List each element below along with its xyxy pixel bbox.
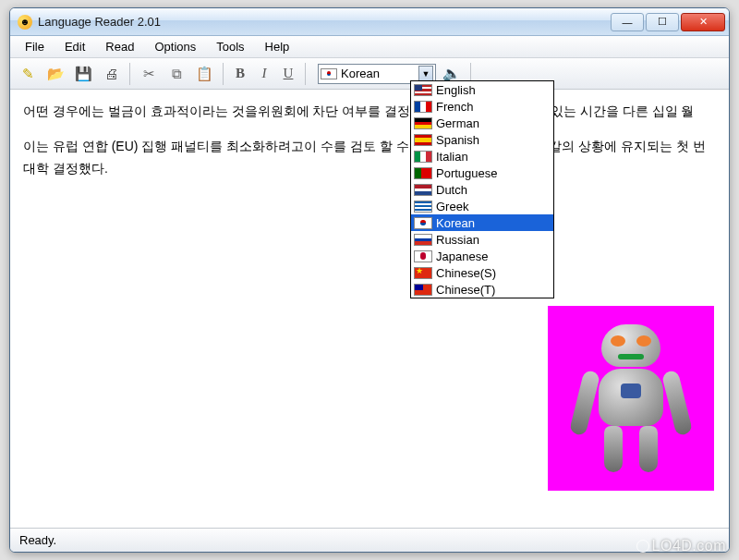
separator (305, 63, 306, 85)
language-option-label: Italian (436, 150, 468, 164)
language-option-chineset[interactable]: Chinese(T) (411, 281, 553, 298)
language-option-italian[interactable]: Italian (411, 148, 553, 164)
menu-help[interactable]: Help (256, 38, 299, 55)
dropdown-arrow-icon[interactable]: ▼ (418, 66, 433, 82)
language-option-label: Korean (436, 216, 475, 230)
app-icon: ☻ (18, 15, 32, 30)
bold-button[interactable]: B (230, 62, 250, 86)
kr-flag-icon (414, 217, 432, 229)
language-selected-label: Korean (341, 67, 418, 80)
it-flag-icon (414, 151, 432, 163)
language-option-label: Chinese(S) (436, 266, 496, 280)
menu-file[interactable]: File (16, 38, 54, 55)
toolbar: ✎ 📂 💾 🖨 ✂ ⧉ 📋 B I U Korean ▼ 🔈 (10, 58, 729, 90)
language-option-label: Chinese(T) (436, 283, 495, 297)
open-button[interactable]: 📂 (43, 62, 67, 86)
cn-flag-icon (414, 267, 432, 279)
new-button[interactable]: ✎ (16, 62, 40, 86)
status-text: Ready. (19, 533, 56, 547)
es-flag-icon (414, 134, 432, 146)
language-option-label: Spanish (436, 133, 479, 147)
tw-flag-icon (414, 284, 432, 296)
window-title: Language Reader 2.01 (38, 15, 161, 29)
print-button[interactable]: 🖨 (99, 62, 123, 86)
korea-flag-icon (321, 68, 337, 79)
nl-flag-icon (414, 184, 432, 196)
language-option-label: English (436, 83, 476, 97)
language-option-label: Portuguese (436, 166, 498, 180)
language-option-portuguese[interactable]: Portuguese (411, 164, 553, 181)
paragraph[interactable]: 이는 유럽 연합 (EU) 집행 패널티를 최소화하려고이 수를 검토 할 수 … (23, 136, 716, 180)
language-option-label: Russian (436, 233, 479, 247)
language-option-chineses[interactable]: Chinese(S) (411, 264, 553, 281)
menu-edit[interactable]: Edit (55, 38, 94, 55)
minimize-button[interactable]: — (611, 13, 644, 31)
globe-icon (636, 540, 649, 553)
de-flag-icon (414, 117, 432, 129)
watermark: LO4D.com (636, 538, 726, 554)
gr-flag-icon (414, 201, 432, 213)
menu-tools[interactable]: Tools (207, 38, 253, 55)
language-option-french[interactable]: French (411, 98, 553, 115)
language-option-german[interactable]: German (411, 115, 553, 131)
underline-button[interactable]: U (278, 62, 298, 86)
window-controls: — ☐ ✕ (611, 13, 725, 31)
app-window: ☻ Language Reader 2.01 — ☐ ✕ File Edit R… (9, 7, 730, 553)
cut-button[interactable]: ✂ (137, 62, 161, 86)
maximize-button[interactable]: ☐ (646, 13, 679, 31)
language-option-russian[interactable]: Russian (411, 231, 553, 248)
language-option-label: Greek (436, 200, 468, 213)
language-option-label: French (436, 100, 473, 114)
language-option-label: German (436, 116, 479, 130)
fr-flag-icon (414, 101, 432, 113)
copy-button[interactable]: ⧉ (164, 62, 188, 86)
language-option-korean[interactable]: Korean (411, 214, 553, 231)
paragraph[interactable]: 어떤 경우에는 벌금이 효과적이라는 것을위원회에 차단 여부를 결정하는 이사… (23, 101, 716, 123)
robot-icon (580, 324, 682, 472)
menu-options[interactable]: Options (145, 38, 205, 55)
separator (223, 63, 224, 85)
paste-button[interactable]: 📋 (192, 62, 216, 86)
document-area[interactable]: 어떤 경우에는 벌금이 효과적이라는 것을위원회에 차단 여부를 결정하는 이사… (10, 90, 729, 528)
statusbar: Ready. (10, 528, 729, 552)
language-option-label: Japanese (436, 250, 488, 263)
pt-flag-icon (414, 167, 432, 179)
us-flag-icon (414, 84, 432, 96)
titlebar: ☻ Language Reader 2.01 — ☐ ✕ (10, 8, 729, 36)
language-option-dutch[interactable]: Dutch (411, 181, 553, 198)
italic-button[interactable]: I (254, 62, 274, 86)
language-dropdown[interactable]: EnglishFrenchGermanSpanishItalianPortugu… (410, 80, 554, 298)
language-option-label: Dutch (436, 183, 467, 197)
menu-read[interactable]: Read (96, 38, 143, 55)
agent-character[interactable] (548, 306, 714, 491)
ru-flag-icon (414, 234, 432, 246)
language-option-english[interactable]: English (411, 81, 553, 98)
jp-flag-icon (414, 250, 432, 262)
close-button[interactable]: ✕ (681, 13, 725, 31)
menubar: File Edit Read Options Tools Help (10, 36, 729, 58)
separator (129, 63, 130, 85)
save-button[interactable]: 💾 (71, 62, 95, 86)
language-option-greek[interactable]: Greek (411, 198, 553, 214)
language-option-japanese[interactable]: Japanese (411, 248, 553, 264)
language-option-spanish[interactable]: Spanish (411, 131, 553, 148)
